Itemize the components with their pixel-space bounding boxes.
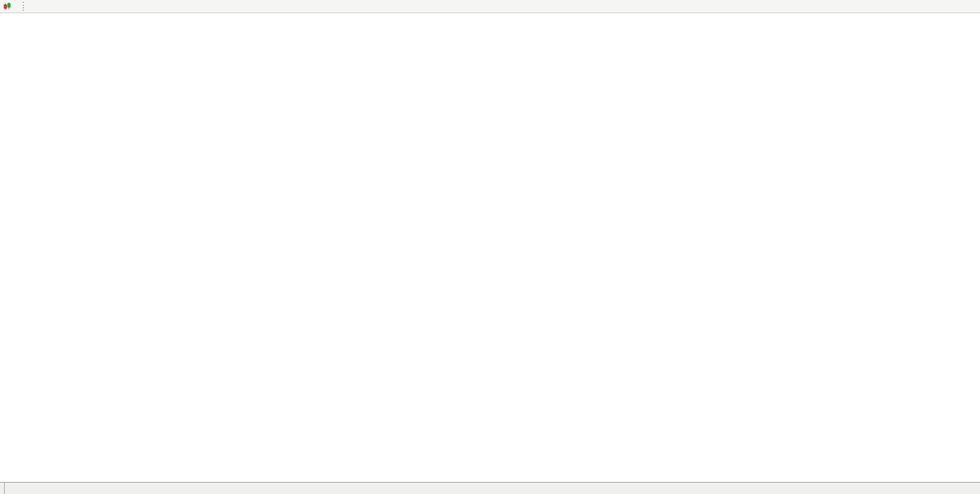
tab-stub[interactable]: [0, 483, 5, 494]
chart-canvas[interactable]: [0, 13, 980, 482]
tab-scroll-controls: [967, 483, 977, 494]
timeframe-toolbar: [0, 0, 980, 13]
chart-tab-bar: [0, 482, 980, 494]
chart-type-icon[interactable]: [2, 2, 13, 11]
toolbar-grip[interactable]: [23, 2, 26, 11]
